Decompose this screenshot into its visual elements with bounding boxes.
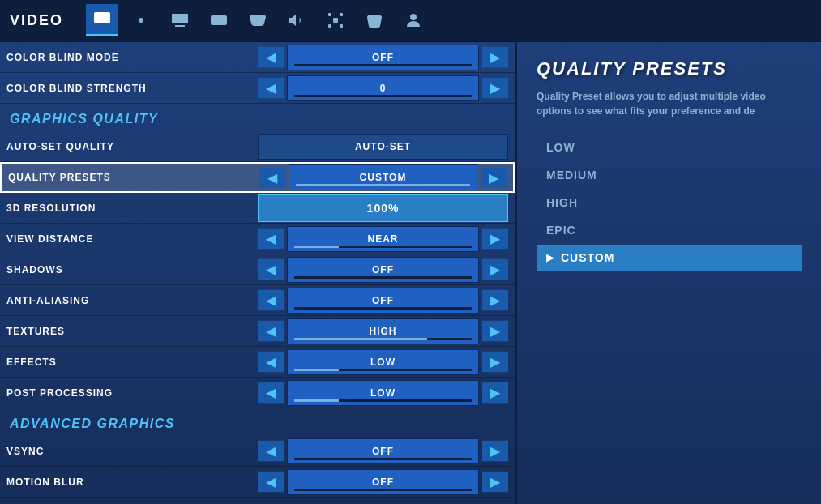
preset-low[interactable]: LOW bbox=[537, 135, 802, 160]
color-blind-mode-label: COLOR BLIND MODE bbox=[6, 52, 258, 63]
svg-rect-19 bbox=[328, 24, 331, 28]
anti-aliasing-bar bbox=[294, 307, 472, 310]
color-blind-mode-left-arrow[interactable]: ◀ bbox=[258, 45, 284, 70]
post-processing-left-arrow[interactable]: ◀ bbox=[258, 380, 284, 406]
main-content: COLOR BLIND MODE ◀ OFF ▶ COLOR BLIND STR… bbox=[0, 42, 821, 504]
nav-network-icon[interactable] bbox=[319, 4, 352, 36]
shadows-right-arrow[interactable]: ▶ bbox=[482, 257, 508, 283]
anti-aliasing-control: ◀ OFF ▶ bbox=[258, 288, 508, 314]
page-title: VIDEO bbox=[10, 12, 63, 29]
vsync-value-box: OFF bbox=[287, 438, 479, 464]
motion-blur-left-arrow[interactable]: ◀ bbox=[258, 469, 284, 495]
nav-gear-icon[interactable] bbox=[125, 4, 157, 36]
color-blind-mode-value: OFF bbox=[372, 53, 394, 62]
svg-point-29 bbox=[410, 14, 417, 20]
nav-monitor-icon[interactable] bbox=[86, 4, 118, 36]
quality-presets-right-arrow[interactable]: ▶ bbox=[481, 164, 507, 190]
3d-resolution-value-box[interactable]: 100% bbox=[258, 194, 508, 222]
3d-resolution-label: 3D RESOLUTION bbox=[6, 203, 258, 214]
motion-blur-control: ◀ OFF ▶ bbox=[258, 469, 508, 495]
quality-presets-control: ◀ CUSTOM ▶ bbox=[259, 164, 507, 190]
top-nav: VIDEO bbox=[0, 0, 821, 42]
svg-rect-18 bbox=[340, 13, 343, 16]
svg-rect-3 bbox=[175, 25, 185, 27]
view-distance-value-box: NEAR bbox=[287, 226, 479, 252]
effects-control: ◀ LOW ▶ bbox=[258, 349, 508, 375]
svg-marker-15 bbox=[289, 15, 296, 26]
graphics-quality-header: GRAPHICS QUALITY bbox=[0, 104, 515, 131]
anti-aliasing-left-arrow[interactable]: ◀ bbox=[258, 288, 284, 314]
color-blind-mode-row: COLOR BLIND MODE ◀ OFF ▶ bbox=[0, 42, 515, 73]
preset-high[interactable]: HIGH bbox=[537, 190, 802, 216]
auto-set-quality-control: AUTO-SET bbox=[258, 134, 508, 160]
color-blind-strength-left-arrow[interactable]: ◀ bbox=[258, 75, 284, 101]
vsync-label: VSYNC bbox=[6, 446, 258, 457]
motion-blur-row: MOTION BLUR ◀ OFF ▶ bbox=[0, 467, 515, 498]
color-blind-strength-bar bbox=[294, 95, 472, 97]
svg-rect-5 bbox=[211, 15, 227, 25]
shadows-left-arrow[interactable]: ◀ bbox=[258, 257, 284, 283]
shadows-row: SHADOWS ◀ OFF ▶ bbox=[0, 254, 515, 285]
left-panel: COLOR BLIND MODE ◀ OFF ▶ COLOR BLIND STR… bbox=[0, 42, 515, 504]
quality-presets-left-arrow[interactable]: ◀ bbox=[259, 164, 285, 190]
textures-row: TEXTURES ◀ HIGH ▶ bbox=[0, 316, 515, 347]
auto-set-quality-row: AUTO-SET QUALITY AUTO-SET bbox=[0, 131, 515, 162]
post-processing-bar bbox=[294, 399, 472, 402]
effects-value: LOW bbox=[370, 357, 396, 367]
preset-custom[interactable]: ▶ CUSTOM bbox=[537, 245, 802, 271]
vsync-left-arrow[interactable]: ◀ bbox=[258, 438, 284, 464]
shadows-value-box: OFF bbox=[287, 257, 479, 283]
motion-blur-bar bbox=[294, 489, 472, 491]
vsync-control: ◀ OFF ▶ bbox=[258, 438, 508, 464]
nav-display-icon[interactable] bbox=[164, 4, 196, 36]
nav-account-icon[interactable] bbox=[397, 4, 430, 36]
advanced-graphics-header: ADVANCED GRAPHICS bbox=[0, 408, 515, 436]
post-processing-right-arrow[interactable]: ▶ bbox=[482, 380, 508, 406]
vsync-bar bbox=[294, 458, 472, 460]
svg-point-14 bbox=[262, 21, 263, 23]
preset-medium[interactable]: MEDIUM bbox=[537, 162, 802, 188]
preset-custom-arrow: ▶ bbox=[546, 252, 554, 263]
color-blind-mode-right-arrow[interactable]: ▶ bbox=[482, 45, 508, 70]
nav-gamepad-icon[interactable] bbox=[358, 4, 391, 36]
color-blind-mode-value-box: OFF bbox=[287, 45, 479, 70]
color-blind-strength-right-arrow[interactable]: ▶ bbox=[482, 75, 508, 101]
shadows-label: SHADOWS bbox=[6, 264, 258, 275]
effects-value-box: LOW bbox=[287, 349, 479, 375]
auto-set-quality-label: AUTO-SET QUALITY bbox=[6, 141, 258, 152]
right-panel: QUALITY PRESETS Quality Preset allows yo… bbox=[515, 42, 821, 504]
motion-blur-value-box: OFF bbox=[287, 469, 479, 495]
svg-point-28 bbox=[378, 21, 379, 23]
quality-presets-label: QUALITY PRESETS bbox=[8, 172, 259, 183]
textures-right-arrow[interactable]: ▶ bbox=[482, 318, 508, 344]
motion-blur-value: OFF bbox=[372, 477, 394, 487]
svg-point-27 bbox=[376, 19, 378, 21]
preset-epic[interactable]: EPIC bbox=[537, 217, 802, 243]
anti-aliasing-value: OFF bbox=[372, 296, 394, 305]
motion-blur-label: MOTION BLUR bbox=[6, 476, 258, 488]
view-distance-label: VIEW DISTANCE bbox=[6, 233, 258, 245]
auto-set-quality-value: AUTO-SET bbox=[355, 141, 411, 152]
quality-presets-bar bbox=[296, 184, 470, 186]
effects-right-arrow[interactable]: ▶ bbox=[482, 349, 508, 375]
anti-aliasing-value-box: OFF bbox=[287, 288, 479, 314]
effects-label: EFFECTS bbox=[6, 357, 258, 368]
post-processing-row: POST PROCESSING ◀ LOW ▶ bbox=[0, 378, 515, 408]
anti-aliasing-right-arrow[interactable]: ▶ bbox=[482, 288, 508, 314]
svg-point-13 bbox=[260, 19, 262, 21]
quality-presets-row: QUALITY PRESETS ◀ CUSTOM ▶ bbox=[0, 162, 515, 193]
auto-set-quality-value-box[interactable]: AUTO-SET bbox=[258, 134, 508, 160]
motion-blur-right-arrow[interactable]: ▶ bbox=[482, 469, 508, 495]
textures-left-arrow[interactable]: ◀ bbox=[258, 318, 284, 344]
view-distance-right-arrow[interactable]: ▶ bbox=[482, 226, 508, 252]
nav-keyboard-icon[interactable] bbox=[203, 4, 235, 36]
svg-rect-2 bbox=[172, 14, 188, 23]
nav-controller2-icon[interactable] bbox=[242, 4, 274, 36]
effects-left-arrow[interactable]: ◀ bbox=[258, 349, 284, 375]
nav-audio-icon[interactable] bbox=[280, 4, 313, 36]
color-blind-mode-bar bbox=[294, 64, 472, 66]
view-distance-left-arrow[interactable]: ◀ bbox=[258, 226, 284, 252]
textures-bar bbox=[294, 338, 472, 340]
vsync-right-arrow[interactable]: ▶ bbox=[482, 438, 508, 464]
effects-bar bbox=[294, 369, 472, 371]
